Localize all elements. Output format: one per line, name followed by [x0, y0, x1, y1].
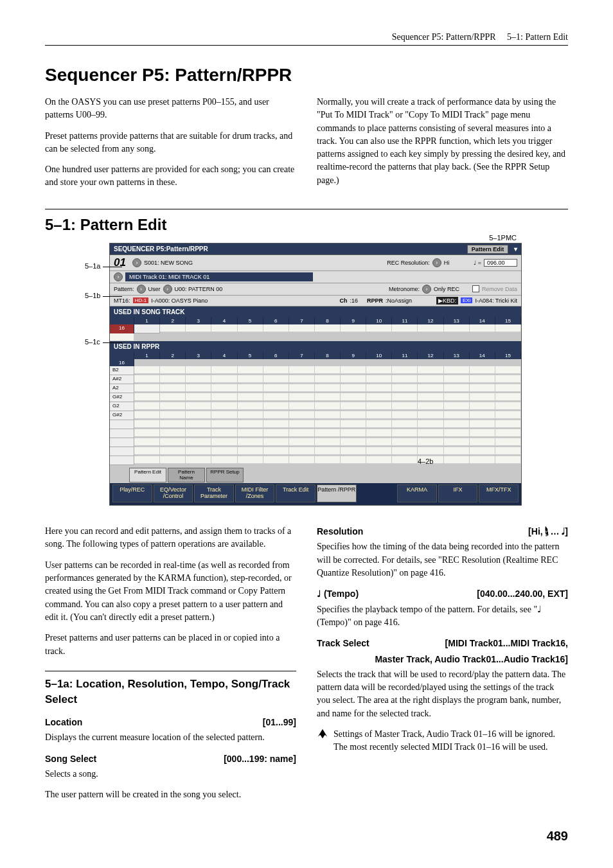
- main-tab: Track Edit: [276, 484, 315, 502]
- rppr-header: 12345678910111213141516: [110, 352, 521, 366]
- screenshot-figure: 5–1PMC 5–1a 5–1b 5–1c 4–2b SEQUENCER P5:…: [45, 243, 568, 506]
- body-p: User patterns can be recorded in real-ti…: [45, 559, 296, 624]
- param-desc: Selects the track that will be used to r…: [317, 668, 568, 720]
- location-value: 01: [114, 256, 130, 269]
- window-title: SEQUENCER P5:Pattern/RPPR: [114, 245, 208, 252]
- body-p: Here you can record and edit patterns, a…: [45, 525, 296, 551]
- rec-resolution-value: Hi: [444, 260, 450, 266]
- sub-tab: Pattern Name: [168, 468, 205, 483]
- intro-p: One hundred user patterns are provided f…: [45, 163, 296, 190]
- rppr-value: :NoAssign: [386, 297, 412, 304]
- pattern-edit-btn: Pattern Edit: [467, 245, 509, 254]
- body-p: Preset patterns and user patterns can be…: [45, 632, 296, 658]
- callout-pmc: 5–1PMC: [489, 234, 517, 242]
- main-tab: MFX/TFX: [479, 484, 519, 502]
- main-tab: Track Parameter: [194, 484, 234, 502]
- popup-icon: ›: [422, 285, 431, 294]
- rppr-label: RPPR: [367, 297, 383, 304]
- mt-value: I-A000: OASYS Piano: [151, 297, 208, 304]
- pattern-name: U00: PATTERN 00: [175, 286, 223, 292]
- page-header: Sequencer P5: Pattern/RPPR 5–1: Pattern …: [45, 32, 568, 46]
- intro-p: On the OASYS you can use preset patterns…: [45, 96, 296, 122]
- param-name: Song Select: [45, 752, 96, 765]
- main-tab: Pattern /RPPR: [317, 484, 357, 502]
- header-left: Sequencer P5: Pattern/RPPR: [392, 32, 496, 42]
- mt-badge: HD-1: [133, 297, 149, 303]
- sub-tabs: Pattern EditPattern NameRPPR Setup: [110, 465, 521, 484]
- page-number: 489: [45, 829, 568, 844]
- used-in-rppr: USED IN RPPR: [110, 341, 521, 352]
- callout-a: 5–1a: [85, 262, 100, 270]
- popup-icon: ›: [114, 272, 123, 281]
- sub-tab: Pattern Edit: [129, 468, 166, 483]
- param-desc: Displays the current measure location of…: [45, 731, 296, 744]
- main-tab: KARMA: [397, 484, 437, 502]
- header-right: 5–1: Pattern Edit: [507, 32, 568, 42]
- heading-1: Sequencer P5: Pattern/RPPR: [45, 65, 568, 85]
- popup-icon: ›: [137, 285, 146, 294]
- main-tab: [358, 484, 396, 502]
- callout-c: 5–1c: [85, 338, 100, 346]
- remove-data-label: Remove Data: [482, 286, 517, 292]
- popup-icon: ›: [163, 285, 172, 294]
- song-track-grid: 12345678910111213141516: [110, 317, 521, 341]
- remove-data-checkbox: [472, 285, 479, 292]
- popup-icon: ›: [432, 258, 441, 267]
- callout-4-2b: 4–2b: [418, 457, 433, 465]
- kbd-value: I-A084: Tricki Kit: [475, 297, 517, 304]
- mt-label: MT16:: [114, 297, 130, 304]
- song-name: S001: NEW SONG: [144, 260, 193, 266]
- main-tabs: Play/RECEQ/Vector /ControlTrack Paramete…: [110, 483, 521, 505]
- tempo-label: ♩ =: [474, 260, 481, 266]
- ch-label: Ch: [339, 297, 347, 304]
- callout-b: 5–1b: [85, 292, 100, 299]
- param-desc: Specifies how the timing of the data bei…: [317, 540, 568, 580]
- note-icon: [317, 728, 328, 740]
- param-range-2: Master Track, Audio Track01...Audio Trac…: [317, 653, 568, 666]
- main-tab: Play/REC: [112, 484, 152, 502]
- metronome-value: Only REC: [434, 286, 459, 292]
- pattern-bank: User: [148, 286, 161, 292]
- ui-screenshot: SEQUENCER P5:Pattern/RPPR Pattern Edit ▾…: [109, 243, 522, 506]
- tempo-value: 096.00: [484, 259, 517, 267]
- rppr-grid: B2A#2A2G#2G2G#2: [110, 366, 521, 465]
- main-tab: EQ/Vector /Control: [154, 484, 193, 502]
- intro-p: Normally, you will create a track of per…: [317, 96, 568, 187]
- param-range: [MIDI Track01...MIDI Track16,: [445, 637, 568, 650]
- kbd-label: KBD:: [443, 297, 456, 304]
- chevron-down-icon: ▾: [514, 245, 517, 252]
- track-select: MIDI Track 01: MIDI TRACK 01: [125, 272, 313, 281]
- param-range: [Hi, 𝅘𝅥𝅰₃ … ♩]: [528, 525, 568, 538]
- section-5-1a: 5–1a: Location, Resolution, Tempo, Song/…: [45, 671, 296, 708]
- param-range: [040.00...240.00, EXT]: [477, 587, 568, 600]
- main-tab: MIDI Filter /Zones: [235, 484, 275, 502]
- param-name: Resolution: [317, 525, 363, 538]
- param-range: [01...99]: [263, 716, 296, 729]
- kbd-badge: EXi: [461, 297, 472, 303]
- main-tab: IFX: [438, 484, 478, 502]
- param-name: Location: [45, 716, 82, 729]
- used-in-song-track: USED IN SONG TRACK: [110, 306, 521, 317]
- popup-icon: ›: [132, 258, 141, 267]
- param-name: Track Select: [317, 637, 369, 650]
- note-text: Settings of Master Track, Audio Track 01…: [333, 728, 568, 754]
- rec-resolution-label: REC Resolution:: [387, 260, 430, 266]
- pattern-label: Pattern:: [114, 286, 134, 292]
- ch-value: :16: [350, 297, 358, 304]
- param-desc: Selects a song.: [45, 768, 296, 781]
- metronome-label: Metronome:: [389, 286, 420, 292]
- intro-p: Preset patterns provide patterns that ar…: [45, 130, 296, 156]
- param-desc: The user pattern will be created in the …: [45, 788, 296, 801]
- heading-2: 5–1: Pattern Edit: [45, 209, 568, 234]
- param-range: [000...199: name]: [224, 752, 296, 765]
- sub-tab: RPPR Setup: [206, 468, 244, 483]
- param-desc: Specifies the playback tempo of the patt…: [317, 603, 568, 630]
- param-name: ♩ (Tempo): [317, 587, 359, 600]
